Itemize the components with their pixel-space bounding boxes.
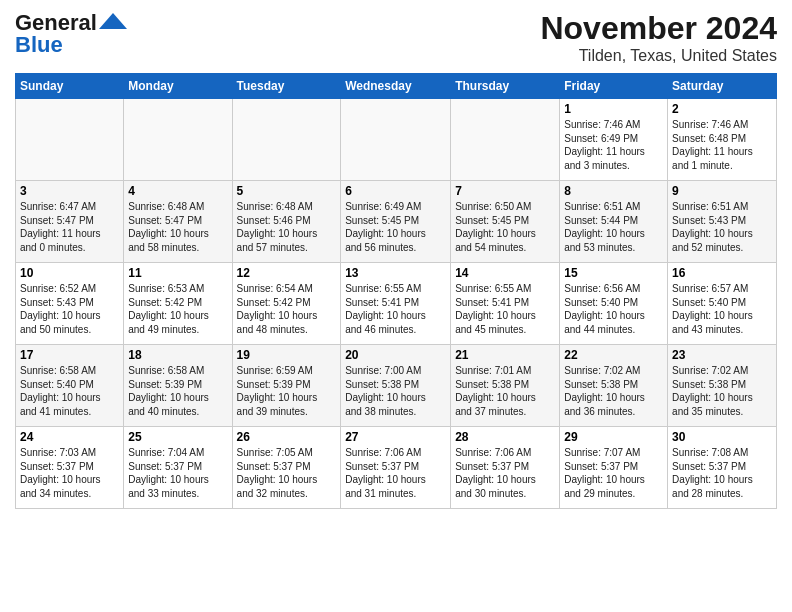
day-number: 2 xyxy=(672,102,772,116)
calendar-cell: 21Sunrise: 7:01 AM Sunset: 5:38 PM Dayli… xyxy=(451,345,560,427)
calendar-cell: 23Sunrise: 7:02 AM Sunset: 5:38 PM Dayli… xyxy=(668,345,777,427)
day-number: 5 xyxy=(237,184,337,198)
day-info: Sunrise: 6:57 AM Sunset: 5:40 PM Dayligh… xyxy=(672,282,772,336)
calendar-body: 1Sunrise: 7:46 AM Sunset: 6:49 PM Daylig… xyxy=(16,99,777,509)
day-number: 16 xyxy=(672,266,772,280)
logo: General Blue xyxy=(15,10,127,58)
day-number: 11 xyxy=(128,266,227,280)
col-tuesday: Tuesday xyxy=(232,74,341,99)
day-number: 23 xyxy=(672,348,772,362)
calendar-week-3: 17Sunrise: 6:58 AM Sunset: 5:40 PM Dayli… xyxy=(16,345,777,427)
calendar-cell: 30Sunrise: 7:08 AM Sunset: 5:37 PM Dayli… xyxy=(668,427,777,509)
calendar-cell: 27Sunrise: 7:06 AM Sunset: 5:37 PM Dayli… xyxy=(341,427,451,509)
calendar-cell: 11Sunrise: 6:53 AM Sunset: 5:42 PM Dayli… xyxy=(124,263,232,345)
calendar-cell: 13Sunrise: 6:55 AM Sunset: 5:41 PM Dayli… xyxy=(341,263,451,345)
calendar-cell: 22Sunrise: 7:02 AM Sunset: 5:38 PM Dayli… xyxy=(560,345,668,427)
col-wednesday: Wednesday xyxy=(341,74,451,99)
calendar-week-1: 3Sunrise: 6:47 AM Sunset: 5:47 PM Daylig… xyxy=(16,181,777,263)
calendar-cell: 16Sunrise: 6:57 AM Sunset: 5:40 PM Dayli… xyxy=(668,263,777,345)
day-info: Sunrise: 6:55 AM Sunset: 5:41 PM Dayligh… xyxy=(345,282,446,336)
calendar-cell xyxy=(341,99,451,181)
day-info: Sunrise: 7:08 AM Sunset: 5:37 PM Dayligh… xyxy=(672,446,772,500)
day-info: Sunrise: 6:52 AM Sunset: 5:43 PM Dayligh… xyxy=(20,282,119,336)
day-number: 15 xyxy=(564,266,663,280)
calendar-cell: 14Sunrise: 6:55 AM Sunset: 5:41 PM Dayli… xyxy=(451,263,560,345)
day-number: 14 xyxy=(455,266,555,280)
day-number: 29 xyxy=(564,430,663,444)
calendar-cell xyxy=(124,99,232,181)
calendar-cell: 8Sunrise: 6:51 AM Sunset: 5:44 PM Daylig… xyxy=(560,181,668,263)
day-number: 28 xyxy=(455,430,555,444)
day-info: Sunrise: 7:04 AM Sunset: 5:37 PM Dayligh… xyxy=(128,446,227,500)
calendar-cell: 19Sunrise: 6:59 AM Sunset: 5:39 PM Dayli… xyxy=(232,345,341,427)
calendar-cell: 7Sunrise: 6:50 AM Sunset: 5:45 PM Daylig… xyxy=(451,181,560,263)
day-info: Sunrise: 6:51 AM Sunset: 5:44 PM Dayligh… xyxy=(564,200,663,254)
day-info: Sunrise: 7:07 AM Sunset: 5:37 PM Dayligh… xyxy=(564,446,663,500)
day-number: 7 xyxy=(455,184,555,198)
day-info: Sunrise: 7:02 AM Sunset: 5:38 PM Dayligh… xyxy=(564,364,663,418)
calendar-cell: 26Sunrise: 7:05 AM Sunset: 5:37 PM Dayli… xyxy=(232,427,341,509)
page-container: General Blue November 2024 Tilden, Texas… xyxy=(0,0,792,514)
calendar-cell: 25Sunrise: 7:04 AM Sunset: 5:37 PM Dayli… xyxy=(124,427,232,509)
calendar-cell: 2Sunrise: 7:46 AM Sunset: 6:48 PM Daylig… xyxy=(668,99,777,181)
logo-blue: Blue xyxy=(15,32,63,58)
calendar-cell: 3Sunrise: 6:47 AM Sunset: 5:47 PM Daylig… xyxy=(16,181,124,263)
day-info: Sunrise: 7:06 AM Sunset: 5:37 PM Dayligh… xyxy=(345,446,446,500)
calendar-cell: 17Sunrise: 6:58 AM Sunset: 5:40 PM Dayli… xyxy=(16,345,124,427)
calendar-week-2: 10Sunrise: 6:52 AM Sunset: 5:43 PM Dayli… xyxy=(16,263,777,345)
day-info: Sunrise: 6:50 AM Sunset: 5:45 PM Dayligh… xyxy=(455,200,555,254)
calendar-cell: 20Sunrise: 7:00 AM Sunset: 5:38 PM Dayli… xyxy=(341,345,451,427)
day-info: Sunrise: 7:01 AM Sunset: 5:38 PM Dayligh… xyxy=(455,364,555,418)
day-number: 17 xyxy=(20,348,119,362)
col-monday: Monday xyxy=(124,74,232,99)
calendar-cell: 4Sunrise: 6:48 AM Sunset: 5:47 PM Daylig… xyxy=(124,181,232,263)
col-thursday: Thursday xyxy=(451,74,560,99)
day-info: Sunrise: 6:58 AM Sunset: 5:40 PM Dayligh… xyxy=(20,364,119,418)
day-number: 24 xyxy=(20,430,119,444)
location-subtitle: Tilden, Texas, United States xyxy=(540,47,777,65)
calendar-cell: 15Sunrise: 6:56 AM Sunset: 5:40 PM Dayli… xyxy=(560,263,668,345)
day-number: 13 xyxy=(345,266,446,280)
day-number: 30 xyxy=(672,430,772,444)
calendar-header-row: Sunday Monday Tuesday Wednesday Thursday… xyxy=(16,74,777,99)
calendar-week-0: 1Sunrise: 7:46 AM Sunset: 6:49 PM Daylig… xyxy=(16,99,777,181)
day-number: 8 xyxy=(564,184,663,198)
calendar-cell: 9Sunrise: 6:51 AM Sunset: 5:43 PM Daylig… xyxy=(668,181,777,263)
day-info: Sunrise: 7:06 AM Sunset: 5:37 PM Dayligh… xyxy=(455,446,555,500)
day-info: Sunrise: 6:53 AM Sunset: 5:42 PM Dayligh… xyxy=(128,282,227,336)
day-number: 1 xyxy=(564,102,663,116)
day-info: Sunrise: 6:47 AM Sunset: 5:47 PM Dayligh… xyxy=(20,200,119,254)
calendar-cell xyxy=(451,99,560,181)
day-number: 25 xyxy=(128,430,227,444)
day-info: Sunrise: 7:03 AM Sunset: 5:37 PM Dayligh… xyxy=(20,446,119,500)
day-number: 4 xyxy=(128,184,227,198)
calendar-cell xyxy=(16,99,124,181)
calendar-cell: 1Sunrise: 7:46 AM Sunset: 6:49 PM Daylig… xyxy=(560,99,668,181)
day-number: 27 xyxy=(345,430,446,444)
calendar-cell: 29Sunrise: 7:07 AM Sunset: 5:37 PM Dayli… xyxy=(560,427,668,509)
day-info: Sunrise: 7:46 AM Sunset: 6:48 PM Dayligh… xyxy=(672,118,772,172)
col-sunday: Sunday xyxy=(16,74,124,99)
day-number: 10 xyxy=(20,266,119,280)
calendar-cell: 10Sunrise: 6:52 AM Sunset: 5:43 PM Dayli… xyxy=(16,263,124,345)
day-number: 3 xyxy=(20,184,119,198)
calendar-cell: 28Sunrise: 7:06 AM Sunset: 5:37 PM Dayli… xyxy=(451,427,560,509)
day-number: 9 xyxy=(672,184,772,198)
day-info: Sunrise: 6:48 AM Sunset: 5:46 PM Dayligh… xyxy=(237,200,337,254)
day-number: 6 xyxy=(345,184,446,198)
calendar-cell: 6Sunrise: 6:49 AM Sunset: 5:45 PM Daylig… xyxy=(341,181,451,263)
day-info: Sunrise: 6:51 AM Sunset: 5:43 PM Dayligh… xyxy=(672,200,772,254)
day-info: Sunrise: 6:59 AM Sunset: 5:39 PM Dayligh… xyxy=(237,364,337,418)
day-number: 12 xyxy=(237,266,337,280)
day-number: 21 xyxy=(455,348,555,362)
day-info: Sunrise: 7:05 AM Sunset: 5:37 PM Dayligh… xyxy=(237,446,337,500)
day-info: Sunrise: 6:58 AM Sunset: 5:39 PM Dayligh… xyxy=(128,364,227,418)
day-number: 19 xyxy=(237,348,337,362)
calendar-cell: 12Sunrise: 6:54 AM Sunset: 5:42 PM Dayli… xyxy=(232,263,341,345)
day-info: Sunrise: 6:54 AM Sunset: 5:42 PM Dayligh… xyxy=(237,282,337,336)
day-number: 22 xyxy=(564,348,663,362)
day-info: Sunrise: 6:55 AM Sunset: 5:41 PM Dayligh… xyxy=(455,282,555,336)
svg-marker-0 xyxy=(99,13,127,29)
day-info: Sunrise: 6:48 AM Sunset: 5:47 PM Dayligh… xyxy=(128,200,227,254)
logo-icon xyxy=(99,11,127,31)
